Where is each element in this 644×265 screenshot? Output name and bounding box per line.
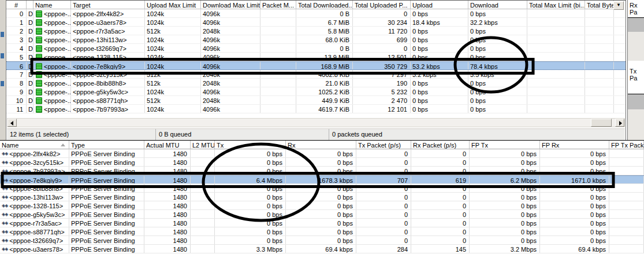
cell-packet-marks <box>260 18 296 26</box>
table-row[interactable]: ◈◈<pppoe-2lfx4k82>PPPoE Server Binding14… <box>0 149 644 158</box>
scrollbar-thumb[interactable] <box>591 119 612 127</box>
cell-target: <pppoe-7b97993a> <box>71 105 145 113</box>
queue-list-window: #NameTargetUpload Max LimitDownload Max … <box>6 0 626 140</box>
column-header-upload[interactable]: Upload <box>411 1 468 9</box>
table-row[interactable]: 0D<pppoe-...<pppoe-2lfx4k82>1024k4096k0 … <box>6 9 626 18</box>
table-row[interactable]: 2D<pppoe-...<pppoe-r7r3a5ac>512k2048k5.8… <box>6 27 626 35</box>
table-row[interactable]: 9D<pppoe-...<pppoe-g5ky5w3c>1024k4096k10… <box>6 87 626 96</box>
horizontal-scrollbar[interactable] <box>7 118 625 127</box>
rx-packet-label: Rx Pa <box>630 2 644 16</box>
cell-packet-marks <box>260 87 296 95</box>
status-queued-packets: 0 packets queued <box>329 129 625 140</box>
column-header-flag[interactable] <box>27 1 33 9</box>
column-header-rx-packet[interactable]: Rx Packet (p/s) <box>411 141 470 149</box>
cell-fp-tx: 0 bps <box>470 149 540 157</box>
cell-download-max: 4096k <box>201 35 260 43</box>
column-header-name[interactable]: Name <box>0 141 69 149</box>
cell-target: <pppoe-2lfx4k82> <box>71 9 145 17</box>
column-header-rx[interactable]: Rx <box>286 141 356 149</box>
column-header-download-max[interactable]: Download Max Limit <box>201 1 260 9</box>
cell-fp-tx: 0 bps <box>470 193 540 201</box>
column-header-fp-tx-packet[interactable]: FP Tx Packe... <box>609 141 644 149</box>
cell-total-uploaded: 350 729 <box>353 62 411 69</box>
column-header-packet-marks[interactable]: Packet M... <box>260 1 296 9</box>
cell-l2-mtu <box>191 176 215 183</box>
cell-fp-tx-packet <box>609 201 644 209</box>
table-row[interactable]: ◈◈<pppoe-13hi113w>PPPoE Server Binding14… <box>0 193 644 201</box>
table-row[interactable]: ◈◈<pppoe-u3aers78>PPPoE Server Binding14… <box>0 245 644 253</box>
cell-actual-mtu: 1480 <box>144 227 191 235</box>
table-row-selected[interactable]: ◈◈<pppoe-7e8kgiy9>PPPoE Server Binding14… <box>0 175 644 184</box>
cell-flag: D <box>27 53 33 61</box>
cell-tx: 0 bps <box>215 158 286 166</box>
cell-name: <pppoe-... <box>33 79 71 87</box>
table-row[interactable]: 5D<pppoe-...<pppoe-1328-115>1024k4096k13… <box>6 53 626 61</box>
table-row[interactable]: ◈◈<pppoe-r7r3a5ac>PPPoE Server Binding14… <box>0 219 644 227</box>
cell-fp-tx-packet <box>609 227 644 235</box>
table-row[interactable]: ◈◈<pppoe-g5ky5w3c>PPPoE Server Binding14… <box>0 210 644 219</box>
table-row[interactable]: ◈◈<pppoe-3zcy515k>PPPoE Server Binding14… <box>0 158 644 167</box>
queue-icon <box>36 19 42 26</box>
table-row[interactable]: ◈◈<pppoe-1328-115>PPPoE Server Binding14… <box>0 201 644 210</box>
background-icon-fragment <box>1 81 4 86</box>
column-header-l2-mtu[interactable]: L2 MTU <box>191 141 215 149</box>
cell-fp-tx-packet <box>609 176 644 183</box>
table-row[interactable]: 4D<pppoe-...<pppoe-t32669q7>1024k4096k0 … <box>6 44 626 53</box>
queue-icon <box>36 45 42 52</box>
column-header-total-downloaded[interactable]: Total Downloaded... <box>296 1 353 9</box>
cell-total-max-limit <box>527 53 585 61</box>
cell-l2-mtu <box>191 193 215 201</box>
column-header-type[interactable]: Type <box>69 141 144 149</box>
column-header-tx[interactable]: Tx <box>215 141 286 149</box>
table-row[interactable]: 8D<pppoe-...<pppoe-8bib88h8>512k2048k21.… <box>6 79 626 87</box>
cell-upload-max: 1024k <box>145 53 201 61</box>
cell-total-downloaded: 0 B <box>296 9 353 17</box>
scroll-right-button[interactable] <box>615 119 624 127</box>
table-row[interactable]: 7D<pppoe-...<pppoe-3zcy515k>512k2048k400… <box>6 70 626 79</box>
column-header-fp-tx[interactable]: FP Tx <box>470 141 540 149</box>
table-row-selected[interactable]: 6D<pppoe-...<pppoe-7e8kgiy9>1024k4096k16… <box>6 61 626 70</box>
table-row[interactable]: ◈◈<pppoe-t32669q7>PPPoE Server Binding14… <box>0 236 644 245</box>
cell-name: ◈◈<pppoe-7e8kgiy9> <box>0 176 69 183</box>
column-header-total-bytes[interactable]: Total Bytes <box>585 1 614 9</box>
cell-download-max: 2048k <box>201 70 260 78</box>
cell-download: 0 bps <box>468 35 527 43</box>
cell-name: ◈◈<pppoe-2lfx4k82> <box>0 149 69 157</box>
cell-download: 0 bps <box>468 44 527 52</box>
table-row[interactable]: 1D<pppoe-...<pppoe-u3aers78>1024k4096k6.… <box>6 18 626 27</box>
cell-total-bytes <box>585 18 614 26</box>
table-row[interactable]: ◈◈<pppoe-s88771qh>PPPoE Server Binding14… <box>0 227 644 236</box>
table-row[interactable]: 3D<pppoe-...<pppoe-13hi113w>1024k4096k68… <box>6 35 626 44</box>
table-row[interactable]: ◈◈<pppoe-8bib88h8>PPPoE Server Binding14… <box>0 184 644 193</box>
scroll-left-button[interactable] <box>8 119 17 127</box>
column-header-actual-mtu[interactable]: Actual MTU <box>144 141 191 149</box>
cell-name: <pppoe-... <box>33 96 71 104</box>
column-header-fp-rx[interactable]: FP Rx <box>540 141 609 149</box>
cell-total-uploaded: 699 <box>353 35 411 43</box>
column-header-tx-packet[interactable]: Tx Packet (p/s) <box>356 141 411 149</box>
cell-target: <pppoe-1328-115> <box>71 53 145 61</box>
cell-upload: 53.2 kbps <box>411 62 468 69</box>
column-header-total-uploaded[interactable]: Total Uploaded P... <box>353 1 411 9</box>
table-row[interactable]: ◈◈<pppoe-7b97993a>PPPoE Server Binding14… <box>0 167 644 175</box>
column-header-target[interactable]: Target <box>71 1 145 9</box>
cell-tx-packet: 0 <box>356 236 411 244</box>
table-row[interactable]: 11D<pppoe-...<pppoe-7b97993a>1024k4096k4… <box>6 105 626 113</box>
cell-fp-tx: 6.2 Mbps <box>470 176 540 183</box>
column-header-name[interactable]: Name <box>33 1 71 9</box>
cell-packet-marks <box>260 96 296 104</box>
column-picker-button[interactable]: ▼ <box>613 1 624 10</box>
cell-l2-mtu <box>191 149 215 157</box>
column-header-download[interactable]: Download <box>468 1 527 9</box>
cell-type: PPPoE Server Binding <box>69 176 144 183</box>
dynamic-interface-icon: ◈◈ <box>2 237 8 244</box>
cell-name: <pppoe-... <box>33 62 71 69</box>
column-header-upload-max[interactable]: Upload Max Limit <box>145 1 201 9</box>
cell-rx: 0 bps <box>286 184 356 192</box>
column-header-num[interactable]: # <box>6 1 27 9</box>
cell-type: PPPoE Server Binding <box>69 167 144 175</box>
table-row[interactable]: 10D<pppoe-...<pppoe-s88771qh>512k2048k44… <box>6 96 626 105</box>
column-header-total-max-limit[interactable]: Total Max Limit (bi... <box>527 1 585 9</box>
cell-rx-packet: 0 <box>411 149 470 157</box>
cell-total-uploaded: 0 <box>353 44 411 52</box>
